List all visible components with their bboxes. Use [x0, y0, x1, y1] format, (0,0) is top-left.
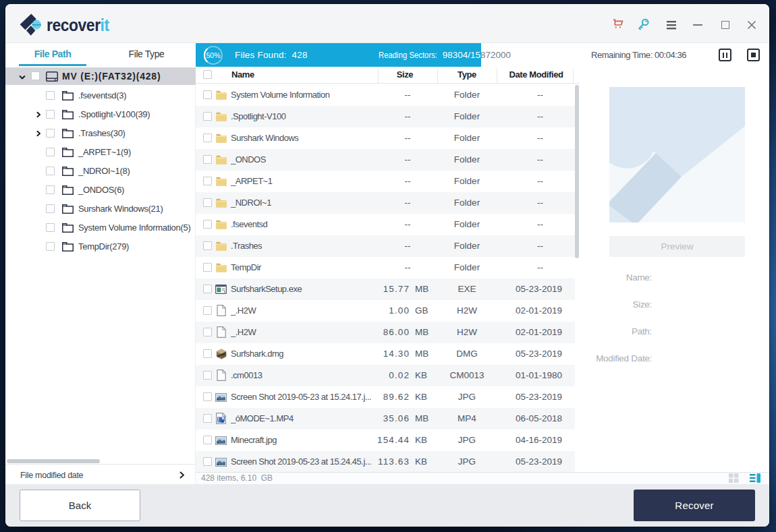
svg-text:50%: 50% — [206, 51, 220, 59]
